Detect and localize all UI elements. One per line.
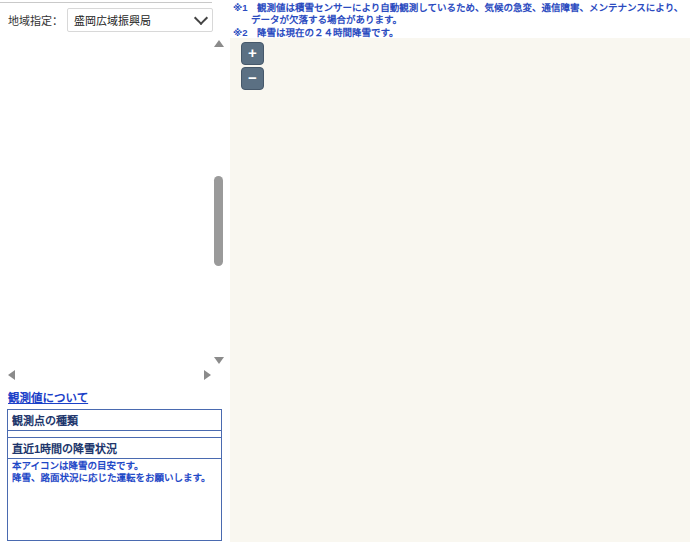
region-selector-row: 地域指定： 盛岡広域振興局	[8, 8, 213, 32]
note-line2: データが欠落する場合があります。	[233, 14, 689, 26]
legend-types-title: 観測点の種類	[8, 410, 221, 431]
snow-observation-app: 地域指定： 盛岡広域振興局 観測値について 観測点の種類 直近1時間の降雪状況	[0, 0, 690, 542]
scroll-left-icon[interactable]	[8, 370, 15, 380]
legend-note-line2: 降雪、路面状況に応じた運転をお願いします。	[12, 472, 217, 484]
map-notes: ※1 観測値は積雪センサーにより自動観測しているため、気候の急変、通信障害、メン…	[233, 2, 689, 39]
region-label: 地域指定：	[8, 12, 63, 28]
legend-box: 観測点の種類 直近1時間の降雪状況 本アイコンは降雪の目安です。 降雪、路面状況…	[7, 409, 222, 541]
scroll-thumb[interactable]	[214, 176, 223, 266]
legend-note-line1: 本アイコンは降雪の目安です。	[12, 460, 217, 472]
zoom-out-button[interactable]: −	[241, 67, 264, 90]
note-line1: ※1 観測値は積雪センサーにより自動観測しているため、気候の急変、通信障害、メン…	[233, 2, 689, 14]
legend-types-row	[8, 431, 221, 438]
region-select[interactable]: 盛岡広域振興局	[67, 8, 213, 32]
scroll-up-icon[interactable]	[214, 40, 224, 47]
scroll-down-icon[interactable]	[214, 357, 224, 364]
vertical-scrollbar[interactable]	[213, 36, 225, 368]
divider	[0, 2, 212, 3]
zoom-in-button[interactable]: +	[241, 42, 264, 65]
left-panel: 地域指定： 盛岡広域振興局 観測値について 観測点の種類 直近1時間の降雪状況	[0, 0, 229, 542]
scroll-right-icon[interactable]	[204, 370, 211, 380]
map-base-layers	[230, 38, 690, 542]
legend-note: 本アイコンは降雪の目安です。 降雪、路面状況に応じた運転をお願いします。	[8, 460, 221, 484]
legend-status-title: 直近1時間の降雪状況	[8, 438, 221, 459]
horizontal-scrollbar[interactable]	[8, 369, 211, 381]
chevron-down-icon	[194, 11, 208, 25]
region-select-value: 盛岡広域振興局	[74, 12, 151, 28]
map-zoom-controls: + −	[241, 42, 264, 90]
topo-map[interactable]: + −	[230, 38, 690, 542]
about-observation-link[interactable]: 観測値について	[8, 389, 88, 405]
